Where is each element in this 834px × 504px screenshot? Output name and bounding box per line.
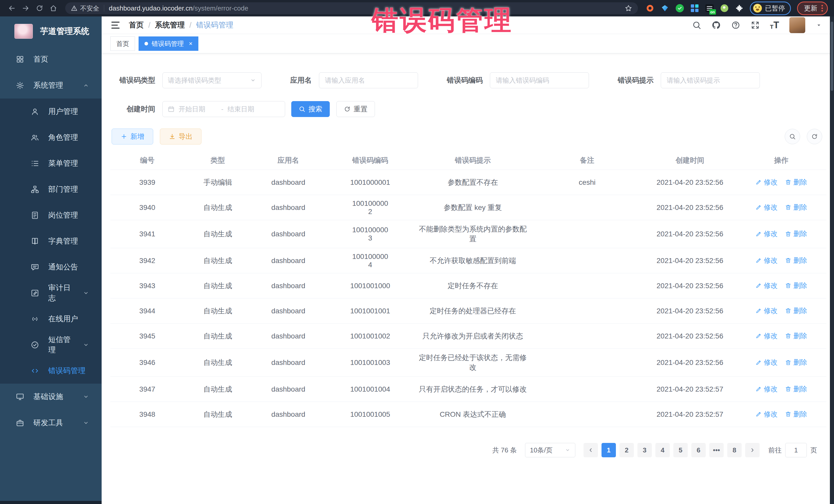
tab-home[interactable]: 首页 [110, 37, 135, 51]
browser-update-button[interactable]: 更新 [797, 2, 828, 15]
delete-link[interactable]: 删除 [785, 178, 807, 187]
sidebar-item-infra[interactable]: 基础设施 [0, 384, 102, 410]
browser-menu-icon[interactable] [821, 5, 823, 12]
refresh-table-button[interactable] [807, 129, 822, 144]
security-warning[interactable]: 不安全 [71, 4, 99, 13]
user-avatar[interactable] [789, 17, 805, 33]
page-button-2[interactable]: 2 [619, 443, 634, 457]
scrollbar-thumb[interactable] [831, 22, 833, 91]
delete-link[interactable]: 删除 [785, 306, 807, 315]
edit-link[interactable]: 修改 [755, 178, 778, 187]
sidebar-item-system[interactable]: 系统管理 [0, 72, 102, 98]
edit-link[interactable]: 修改 [755, 358, 778, 367]
table-row[interactable]: 3941自动生成dashboard1001000003不能删除类型为系统内置的参… [110, 220, 826, 248]
paused-extension-badge[interactable]: 已暂停 [750, 2, 791, 15]
sidebar-logo-row[interactable]: 芋道管理系统 [0, 17, 102, 46]
window-scrollbar[interactable] [830, 17, 834, 504]
delete-link[interactable]: 删除 [785, 229, 807, 238]
table-row[interactable]: 3944自动生成dashboard1001001001定时任务的处理器已经存在2… [110, 299, 826, 324]
extension-check-icon[interactable] [675, 4, 684, 13]
header-search-icon[interactable] [692, 21, 701, 30]
delete-link[interactable]: 删除 [785, 358, 807, 367]
tab-error-code[interactable]: 错误码管理 × [138, 37, 198, 51]
sidebar-item-home[interactable]: 首页 [0, 46, 102, 72]
goto-page-input[interactable] [785, 443, 807, 457]
avatar-caret-down-icon[interactable] [815, 22, 822, 28]
sidebar-item-online[interactable]: 在线用户 [0, 306, 102, 332]
sidebar-item-sms[interactable]: 短信管理 [0, 332, 102, 358]
sidebar-item-errcode[interactable]: 错误码管理 [0, 358, 102, 384]
sidebar-item-user[interactable]: 用户管理 [0, 98, 102, 125]
breadcrumb-system[interactable]: 系统管理 [155, 20, 185, 30]
edit-link[interactable]: 修改 [755, 331, 778, 341]
end-date-placeholder[interactable]: 结束日期 [227, 105, 266, 114]
reset-button[interactable]: 重置 [336, 101, 375, 117]
export-button[interactable]: 导出 [160, 129, 201, 145]
sidebar-item-role[interactable]: 角色管理 [0, 125, 102, 150]
extension-key-icon[interactable] [720, 4, 729, 13]
table-row[interactable]: 3943自动生成dashboard1001001000定时任务不存在2021-0… [110, 273, 826, 299]
edit-link[interactable]: 修改 [755, 281, 778, 290]
table-row[interactable]: 3948自动生成dashboard1001001005CRON 表达式不正确20… [110, 402, 826, 427]
extension-gem-icon[interactable] [660, 4, 669, 13]
table-row[interactable]: 3947自动生成dashboard1001001004只有开启状态的任务，才可以… [110, 377, 826, 402]
github-icon[interactable] [711, 21, 721, 30]
error-code-input[interactable] [495, 76, 584, 85]
address-bar[interactable]: 不安全 dashboard.yudao.iocoder.cn /system/e… [65, 2, 638, 14]
toggle-search-button[interactable] [785, 129, 800, 144]
prev-page-button[interactable] [584, 443, 598, 457]
table-row[interactable]: 3940自动生成dashboard1001000002参数配置 key 重复20… [110, 195, 826, 220]
fullscreen-icon[interactable] [751, 21, 760, 30]
edit-link[interactable]: 修改 [755, 385, 778, 394]
created-date-range[interactable]: 开始日期 - 结束日期 [162, 101, 285, 117]
delete-link[interactable]: 删除 [785, 331, 807, 341]
page-button-1[interactable]: 1 [601, 443, 616, 457]
add-button[interactable]: 新增 [112, 129, 153, 145]
browser-reload-icon[interactable] [34, 3, 45, 14]
help-icon[interactable] [731, 21, 740, 30]
font-size-icon[interactable]: TT [770, 21, 779, 30]
table-row[interactable]: 3939手动编辑dashboard1001000001参数配置不存在ceshi2… [110, 170, 826, 195]
browser-home-icon[interactable] [48, 3, 59, 14]
sidebar-item-notice[interactable]: 通知公告 [0, 254, 102, 280]
edit-link[interactable]: 修改 [755, 410, 778, 419]
search-button[interactable]: 搜索 [291, 101, 330, 117]
page-size-select[interactable]: 10条/页 [525, 443, 575, 457]
sidebar-item-dict[interactable]: 字典管理 [0, 228, 102, 254]
start-date-placeholder[interactable]: 开始日期 [179, 105, 217, 114]
more-pages-button[interactable]: ••• [709, 443, 724, 457]
error-message-input[interactable] [666, 76, 754, 85]
delete-link[interactable]: 删除 [785, 256, 807, 265]
hamburger-icon[interactable] [110, 20, 120, 30]
table-row[interactable]: 3945自动生成dashboard1001001002只允许修改为开启或者关闭状… [110, 324, 826, 349]
sidebar-item-devtools[interactable]: 研发工具 [0, 410, 102, 436]
edit-link[interactable]: 修改 [755, 306, 778, 315]
error-type-select[interactable]: 请选择错误码类型 [162, 72, 262, 88]
sidebar-item-audit[interactable]: 审计日志 [0, 280, 102, 306]
breadcrumb-home[interactable]: 首页 [129, 20, 144, 30]
browser-forward-icon[interactable] [20, 3, 31, 14]
extension-grid-icon[interactable] [690, 4, 699, 13]
page-button-5[interactable]: 5 [673, 443, 688, 457]
page-button-3[interactable]: 3 [637, 443, 652, 457]
bookmark-star-icon[interactable] [624, 4, 632, 12]
delete-link[interactable]: 删除 [785, 281, 807, 290]
next-page-button[interactable] [745, 443, 760, 457]
table-row[interactable]: 3942自动生成dashboard1001000004不允许获取敏感配置到前端2… [110, 248, 826, 273]
sidebar-item-menu[interactable]: 菜单管理 [0, 150, 102, 176]
sidebar-item-dept[interactable]: 部门管理 [0, 176, 102, 202]
delete-link[interactable]: 删除 [785, 203, 807, 212]
edit-link[interactable]: 修改 [755, 229, 778, 238]
app-name-input[interactable] [324, 76, 413, 85]
tab-close-icon[interactable]: × [189, 40, 193, 47]
edit-link[interactable]: 修改 [755, 203, 778, 212]
extension-ring-icon[interactable] [646, 4, 654, 13]
browser-back-icon[interactable] [6, 3, 18, 14]
page-button-4[interactable]: 4 [655, 443, 670, 457]
page-button-8[interactable]: 8 [727, 443, 742, 457]
extensions-puzzle-icon[interactable] [735, 4, 744, 13]
delete-link[interactable]: 删除 [785, 410, 807, 419]
table-row[interactable]: 3946自动生成dashboard1001001003定时任务已经处于该状态，无… [110, 349, 826, 377]
edit-link[interactable]: 修改 [755, 256, 778, 265]
page-button-6[interactable]: 6 [691, 443, 706, 457]
